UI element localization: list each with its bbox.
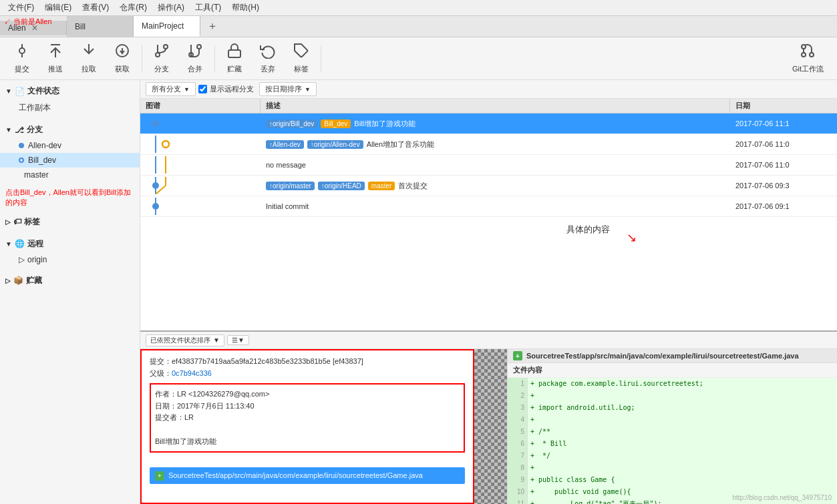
toolbar-push[interactable]: 推送 xyxy=(39,40,72,77)
sidebar-item-workscript[interactable]: 工作副本 xyxy=(0,99,140,116)
remote-icon: 🌐 xyxy=(15,239,25,248)
sidebar-item-billdev[interactable]: Bill_dev ← xyxy=(0,153,140,168)
graph-svg-3 xyxy=(146,156,253,174)
merge-icon xyxy=(187,43,203,63)
chevron-remote: ▼ xyxy=(5,240,12,248)
chevron-stash: ▷ xyxy=(5,277,11,284)
annotation-arrow-line: ↘ xyxy=(627,230,637,245)
view-toggle-btn[interactable]: ☰ ▼ xyxy=(227,335,249,345)
all-branches-btn[interactable]: 所有分支 ▼ xyxy=(146,82,196,96)
sidebar-item-allendev[interactable]: Allen-dev xyxy=(0,138,140,153)
view-toggle-icon: ☰ xyxy=(232,336,238,344)
commit-parent-hash: 0c7b94c336 xyxy=(172,369,212,377)
commit-desc-1: ↑ origin/Bill_dev Bill_dev Bill增加了游戏功能 xyxy=(261,117,730,130)
diff-line: 8+ xyxy=(508,462,837,474)
watermark: http://blog.csdn.net/qq_34975710 xyxy=(733,494,832,501)
diff-line-num: 10 xyxy=(508,486,528,498)
branch-tag-local-billdev: Bill_dev xyxy=(321,119,351,128)
branches-icon: ⎇ xyxy=(15,125,24,135)
toolbar-tag[interactable]: 标签 xyxy=(285,40,318,77)
col-desc-header: 描述 xyxy=(261,99,730,113)
menu-edit[interactable]: 编辑(E) xyxy=(39,1,77,15)
graph-svg-1 xyxy=(146,115,253,132)
sidebar-header-tags[interactable]: ▷ 🏷 标签 xyxy=(0,214,140,230)
sidebar-header-stash[interactable]: ▷ 📦 贮藏 xyxy=(0,272,140,289)
commit-row-5[interactable]: Initial commit 2017-07-06 09:1 xyxy=(140,196,837,217)
commit-table-header: 图谱 描述 日期 xyxy=(140,99,837,113)
tab-allen[interactable]: Allen ✕ xyxy=(0,21,67,35)
sort-by-date-btn[interactable]: 按日期排序 ▼ xyxy=(259,82,317,96)
commit-row-4[interactable]: ↑ origin/master ↑ origin/HEAD master 首次提… xyxy=(140,176,837,196)
toolbar-branch[interactable]: 分支 xyxy=(145,40,178,77)
sidebar-section-stash: ▷ 📦 贮藏 xyxy=(0,270,140,292)
sidebar-section-branches: ▼ ⎇ 分支 Allen-dev Bill_dev ← master xyxy=(0,119,140,185)
toolbar-fetch[interactable]: 获取 xyxy=(106,40,139,77)
toolbar-stash[interactable]: 贮藏 xyxy=(218,40,251,77)
graph-svg-4 xyxy=(146,177,253,194)
show-remote-checkbox[interactable] xyxy=(198,85,207,93)
tab-add-button[interactable]: ＋ xyxy=(200,17,224,36)
diff-line-num: 6 xyxy=(508,438,528,450)
gitflow-icon xyxy=(800,43,816,63)
menu-help[interactable]: 帮助(H) xyxy=(226,1,265,15)
menu-view[interactable]: 查看(V) xyxy=(77,1,114,15)
sidebar-header-remote[interactable]: ▼ 🌐 远程 xyxy=(0,236,140,252)
diff-file-add-icon: + xyxy=(513,351,522,360)
toolbar-gitflow[interactable]: Git工作流 xyxy=(784,40,832,77)
menu-tools[interactable]: 工具(T) xyxy=(190,1,226,15)
diff-line-content: + xyxy=(528,390,837,402)
menu-actions[interactable]: 操作(A) xyxy=(152,1,190,15)
commit-row-1[interactable]: ↑ origin/Bill_dev Bill_dev Bill增加了游戏功能 2… xyxy=(140,113,837,134)
diff-line: 5+ /** xyxy=(508,426,837,438)
bottom-file-list-item[interactable]: + SourcetreeTest/app/src/main/java/com/e… xyxy=(150,467,465,485)
commit-committer: LR xyxy=(184,413,194,421)
diff-line: 6+ * Bill xyxy=(508,438,837,450)
sidebar-header-branches[interactable]: ▼ ⎇ 分支 xyxy=(0,121,140,138)
menu-file[interactable]: 文件(F) xyxy=(3,1,39,15)
diff-line: 3+ import android.util.Log; xyxy=(508,402,837,414)
commit-graph-3 xyxy=(140,155,261,175)
bottom-file-path: SourcetreeTest/app/src/main/java/com/exa… xyxy=(168,470,423,482)
commit-desc-text-1: Bill增加了游戏功能 xyxy=(354,119,415,129)
commit-date-4: 2017-07-06 09:3 xyxy=(730,180,837,191)
menu-repo[interactable]: 仓库(R) xyxy=(114,1,152,15)
content-annotation-area: 具体的内容 ↘ xyxy=(140,217,837,257)
commit-date-5: 2017-07-06 09:1 xyxy=(730,201,837,212)
tab-bill[interactable]: Bill xyxy=(67,16,134,37)
sidebar-item-origin[interactable]: ▷ origin xyxy=(0,252,140,267)
sidebar-header-filestatus[interactable]: ▼ 📄 文件状态 xyxy=(0,83,140,99)
diff-panel: + SourcetreeTest/app/src/main/java/com/e… xyxy=(508,349,837,504)
toolbar-commit[interactable]: 提交 xyxy=(5,40,39,77)
col-date-header: 日期 xyxy=(730,99,837,113)
diff-content-label: 文件内容 xyxy=(508,363,837,378)
svg-rect-14 xyxy=(228,50,240,57)
commit-desc-text-5: Initial commit xyxy=(266,202,309,210)
tab-mainproject[interactable]: MainProject xyxy=(134,16,200,37)
chevron-tags: ▷ xyxy=(5,218,11,226)
commit-row-3[interactable]: no message 2017-07-06 11:0 xyxy=(140,155,837,176)
sort-status-btn[interactable]: 已依照文件状态排序 ▼ xyxy=(146,334,224,346)
commit-graph-5 xyxy=(140,196,261,216)
sidebar-item-master[interactable]: master xyxy=(0,168,140,182)
chevron-branches: ▼ xyxy=(5,126,12,134)
diff-line-content: + public class Game { xyxy=(528,474,837,486)
show-remote-label[interactable]: 显示远程分支 xyxy=(198,84,254,94)
diff-line-num: 5 xyxy=(508,426,528,438)
commit-row-2[interactable]: ↑ Allen-dev ↑ origin/Allen-dev Allen增加了音… xyxy=(140,134,837,155)
toolbar-merge[interactable]: 合并 xyxy=(178,40,212,77)
bottom-toolbar: 已依照文件状态排序 ▼ ☰ ▼ xyxy=(140,332,837,349)
diff-line-num: 9 xyxy=(508,474,528,486)
diff-file-header: + SourcetreeTest/app/src/main/java/com/e… xyxy=(508,349,837,363)
branch-tag-origin-head: ↑ origin/HEAD xyxy=(318,182,365,190)
tab-allen-close[interactable]: ✕ xyxy=(31,23,38,33)
toolbar-discard[interactable]: 丢弃 xyxy=(251,40,285,77)
content-annotation: 具体的内容 xyxy=(566,224,610,236)
branch-tag-origin-master: ↑ origin/master xyxy=(266,182,315,190)
toolbar-pull[interactable]: 拉取 xyxy=(72,40,106,77)
tag-label: 标签 xyxy=(294,64,309,74)
svg-point-30 xyxy=(152,203,159,210)
commit-desc-5: Initial commit xyxy=(261,201,730,212)
diff-line: 2+ xyxy=(508,390,837,402)
toolbar: 提交 推送 拉取 获取 分支 合并 贮藏 xyxy=(0,37,837,80)
diff-file-path: SourcetreeTest/app/src/main/java/com/exa… xyxy=(526,352,799,360)
